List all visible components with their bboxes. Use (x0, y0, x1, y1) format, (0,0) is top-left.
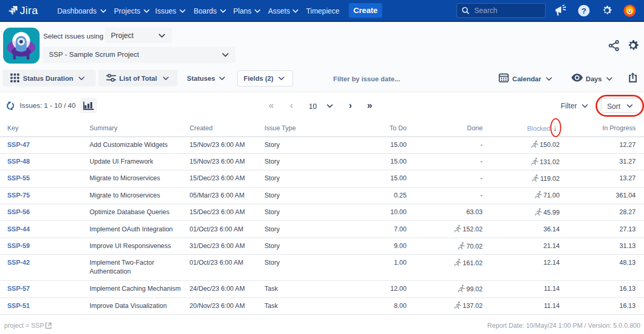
svg-text:?: ? (582, 6, 586, 15)
